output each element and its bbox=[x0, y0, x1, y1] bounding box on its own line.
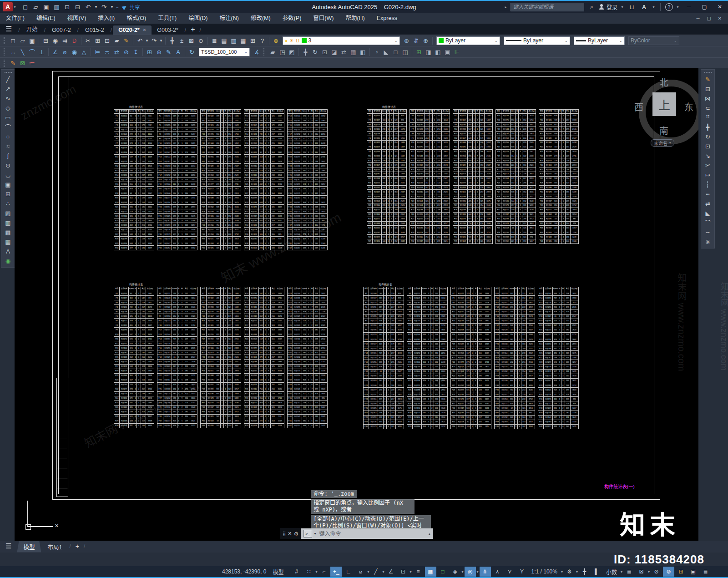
layer-merge-icon[interactable]: ≔ bbox=[27, 59, 37, 68]
line-icon[interactable]: ╱ bbox=[3, 75, 13, 84]
dim-quick-icon[interactable]: ⊨ bbox=[93, 47, 102, 56]
tool-palettes-icon[interactable]: ▦ bbox=[238, 36, 248, 45]
center-mark-icon[interactable]: ⊕ bbox=[154, 47, 164, 56]
drawing-canvas[interactable]: 上 北 西 东 南 未命名 ▾ 构件统计表(一) 命令: '_.zoom指定窗口… bbox=[15, 68, 698, 541]
gizmo-toggle[interactable]: ⋏ bbox=[492, 567, 503, 577]
gradient-icon[interactable]: ▥ bbox=[3, 218, 13, 228]
color-combo-dropdown[interactable]: ⌄ bbox=[494, 38, 498, 43]
layer-properties-icon[interactable]: ≣ bbox=[210, 36, 219, 45]
model-space-button[interactable]: 模型 bbox=[270, 567, 286, 577]
menu-item-3[interactable]: 插入(I) bbox=[92, 13, 121, 24]
units-dropdown[interactable]: ▾ bbox=[621, 570, 622, 574]
redo-list-icon[interactable]: ▾ bbox=[110, 2, 114, 11]
object-snap-tracking-toggle[interactable]: ∠ bbox=[385, 567, 396, 577]
properties-palette-icon[interactable]: ▥ bbox=[229, 36, 238, 45]
dim-aligned-icon[interactable]: ╲ bbox=[18, 47, 27, 56]
save-as-icon[interactable]: ▥ bbox=[52, 2, 61, 11]
loft-icon[interactable]: ◧ bbox=[433, 47, 443, 56]
block-editor-icon[interactable]: ✎ bbox=[121, 36, 131, 45]
polar-tracking-dropdown[interactable]: ▾ bbox=[367, 570, 369, 574]
clean-screen-toggle[interactable]: ▣ bbox=[688, 567, 699, 577]
extrude-icon[interactable]: ◧ bbox=[358, 47, 368, 56]
create-block-icon[interactable]: ⊞ bbox=[3, 189, 13, 199]
copy-icon[interactable]: ⊟ bbox=[703, 84, 713, 94]
circle-icon[interactable]: ○ bbox=[3, 132, 13, 142]
subtract-icon[interactable]: ◳ bbox=[278, 47, 287, 56]
press-pull-icon[interactable]: ⊩ bbox=[452, 47, 462, 56]
ortho-toggle[interactable]: ∟ bbox=[343, 567, 354, 577]
extend-icon[interactable]: ↦ bbox=[703, 170, 713, 180]
toolbar-grip[interactable] bbox=[4, 48, 6, 56]
help-icon[interactable]: ? bbox=[665, 3, 673, 11]
menu-item-2[interactable]: 视图(V) bbox=[61, 13, 92, 24]
open-file-icon[interactable]: ▱ bbox=[31, 2, 40, 11]
toolbar-grip[interactable] bbox=[5, 72, 12, 73]
insert-block-icon[interactable]: ▣ bbox=[3, 180, 13, 189]
polyline-icon[interactable]: ∿ bbox=[3, 94, 13, 103]
union-icon[interactable]: ▰ bbox=[268, 47, 278, 56]
new-tab-button[interactable]: + bbox=[187, 25, 198, 35]
annotation-scale-dropdown[interactable]: ▾ bbox=[561, 570, 563, 574]
viewport-name-dropdown[interactable]: ▾ bbox=[669, 141, 671, 145]
selection-cycling-toggle[interactable]: □ bbox=[437, 567, 449, 577]
lineweight-combo[interactable]: ByLayer ⌄ bbox=[574, 36, 625, 45]
linetype-combo-dropdown[interactable]: ⌄ bbox=[564, 38, 568, 43]
menu-item-5[interactable]: 工具(T) bbox=[152, 13, 182, 24]
viewcube-top-face[interactable]: 上 bbox=[652, 92, 676, 116]
object-snap-toggle[interactable]: ⊡ bbox=[397, 567, 409, 577]
undo-list-icon[interactable]: ▾ bbox=[145, 36, 149, 45]
share-label[interactable]: 共享 bbox=[129, 3, 140, 11]
viewcube-south-label[interactable]: 南 bbox=[659, 124, 668, 137]
dim-radius-icon[interactable]: ⌀ bbox=[60, 47, 70, 56]
menu-item-1[interactable]: 编辑(E) bbox=[30, 13, 61, 24]
menu-item-9[interactable]: 参数(P) bbox=[277, 13, 308, 24]
layer-lock-icon[interactable]: ⊔ bbox=[296, 38, 300, 44]
erase-icon[interactable]: ✎ bbox=[703, 75, 713, 84]
dim-continue-icon[interactable]: ⇄ bbox=[112, 47, 121, 56]
revolve-icon[interactable]: ▣ bbox=[443, 47, 452, 56]
graphics-performance-toggle[interactable]: ⊚ bbox=[663, 567, 674, 577]
3d-move-icon[interactable]: ╋ bbox=[301, 47, 310, 56]
menu-item-10[interactable]: 窗口(W) bbox=[307, 13, 339, 24]
viewcube-east-label[interactable]: 东 bbox=[684, 100, 693, 113]
plot-icon[interactable]: ⊟ bbox=[41, 36, 51, 45]
sweep-icon[interactable]: ◨ bbox=[424, 47, 433, 56]
workspace-switching-dropdown[interactable]: ▾ bbox=[576, 570, 578, 574]
dimstyle-combo[interactable]: TSSD_100_100 ⌄ bbox=[199, 48, 250, 56]
cut-icon[interactable]: ✂ bbox=[83, 36, 93, 45]
new-file-icon[interactable]: ◻ bbox=[8, 36, 18, 45]
units-toggle[interactable]: 小数 bbox=[603, 567, 620, 577]
region-icon[interactable]: ▩ bbox=[3, 228, 13, 237]
isodraft-dropdown[interactable]: ▾ bbox=[382, 570, 384, 574]
maximize-button[interactable]: ▢ bbox=[698, 2, 711, 12]
array-icon[interactable]: ⠛ bbox=[703, 113, 713, 122]
mirror-icon[interactable]: ⋈ bbox=[703, 94, 713, 103]
dynamic-ucs-toggle[interactable]: ◎ bbox=[465, 567, 476, 577]
stretch-icon[interactable]: ↘ bbox=[703, 151, 713, 161]
mtext-icon[interactable]: A bbox=[3, 247, 13, 256]
close-button[interactable]: ✕ bbox=[713, 2, 726, 12]
arc-icon[interactable]: ⌒ bbox=[3, 122, 13, 132]
chamfer-icon[interactable]: ◣ bbox=[703, 208, 713, 218]
zoom-realtime-icon[interactable]: ± bbox=[177, 36, 187, 45]
autoscale-toggle[interactable]: Y bbox=[516, 567, 528, 577]
zoom-previous-icon[interactable]: ⊙ bbox=[196, 36, 206, 45]
match-properties-icon[interactable]: ▰ bbox=[112, 36, 121, 45]
customize-toggle[interactable]: ≣ bbox=[700, 567, 711, 577]
doc-restore-button[interactable]: ▢ bbox=[703, 14, 714, 22]
app-store-cart-icon[interactable]: ⊔ bbox=[627, 2, 637, 11]
lineweight-combo-dropdown[interactable]: ⌄ bbox=[619, 38, 622, 43]
linetype-combo[interactable]: ByLayer ⌄ bbox=[504, 36, 570, 45]
minimize-button[interactable]: ─ bbox=[682, 2, 695, 12]
paste-icon[interactable]: ⊡ bbox=[102, 36, 112, 45]
dock-wrench-icon[interactable]: ⚙ bbox=[294, 531, 299, 537]
offset-icon[interactable]: ⊂ bbox=[703, 103, 713, 113]
lock-ui-dropdown[interactable]: ▾ bbox=[648, 570, 650, 574]
blend-curves-icon[interactable]: ∽ bbox=[703, 228, 713, 237]
dim-spacing-icon[interactable]: ↧ bbox=[131, 47, 141, 56]
chamfer-edge-icon[interactable]: ◣ bbox=[381, 47, 391, 56]
dim-edit-icon[interactable]: ✎ bbox=[164, 47, 173, 56]
viewcube-west-label[interactable]: 西 bbox=[634, 100, 643, 113]
object-snap-dropdown[interactable]: ▾ bbox=[410, 570, 411, 574]
toolbar-grip[interactable] bbox=[4, 60, 6, 67]
